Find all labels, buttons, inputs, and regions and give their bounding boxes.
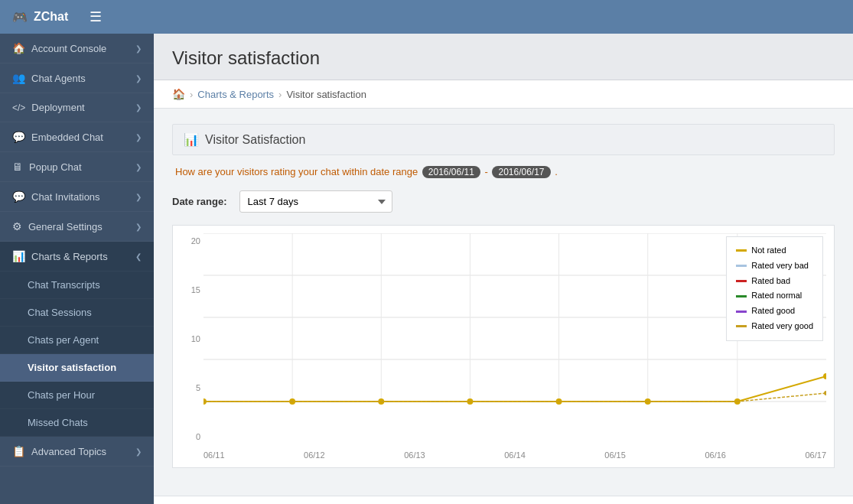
x-label-0615: 06/15 bbox=[604, 450, 626, 460]
invitation-icon: 💬 bbox=[12, 190, 25, 203]
charts-reports-submenu: Chat Transcripts Chat Sessions Chats per… bbox=[0, 272, 154, 437]
y-label-10: 10 bbox=[181, 334, 203, 343]
bottom-bar: Search Agent: Customer: bbox=[154, 496, 853, 504]
top-bar: 🎮 ZChat ☰ bbox=[0, 0, 853, 34]
legend-color-rated-bad bbox=[736, 280, 747, 282]
sidebar-subitem-missed-chats[interactable]: Missed Chats bbox=[0, 409, 154, 437]
sidebar-label-charts-reports: Charts & Reports bbox=[31, 251, 108, 262]
x-label-0616: 06/16 bbox=[705, 450, 726, 460]
advanced-icon: 📋 bbox=[12, 445, 25, 457]
legend-not-rated: Not rated bbox=[736, 243, 813, 259]
breadcrumb-sep-2: › bbox=[278, 89, 282, 100]
legend-label-rated-normal: Rated normal bbox=[751, 288, 802, 304]
subitem-label-chat-sessions: Chat Sessions bbox=[28, 307, 92, 318]
y-label-5: 5 bbox=[181, 383, 203, 392]
sidebar-subitem-visitor-satisfaction[interactable]: Visitor satisfaction bbox=[0, 354, 154, 382]
chart-container: 0 5 10 15 20 bbox=[172, 225, 835, 468]
sidebar-item-deployment[interactable]: </> Deployment ❯ bbox=[0, 93, 154, 122]
svg-point-18 bbox=[823, 373, 826, 379]
subitem-label-chats-per-agent: Chats per Agent bbox=[28, 334, 99, 346]
legend-color-rated-good bbox=[736, 311, 747, 313]
date-end-badge: 2016/06/17 bbox=[492, 166, 550, 178]
chevron-right-icon: ❯ bbox=[135, 223, 142, 231]
subitem-label-visitor-satisfaction: Visitor satisfaction bbox=[28, 362, 116, 373]
chat-icon: 💬 bbox=[12, 131, 25, 143]
legend-label-rated-very-good: Rated very good bbox=[751, 319, 813, 334]
main-content: Visitor satisfaction 🏠 › Charts & Report… bbox=[154, 34, 853, 504]
sidebar-label-chat-agents: Chat Agents bbox=[31, 73, 86, 84]
sidebar-item-embedded-chat[interactable]: 💬 Embedded Chat ❯ bbox=[0, 122, 154, 152]
breadcrumb-charts-reports[interactable]: Charts & Reports bbox=[197, 89, 274, 100]
chart-line-not-rated bbox=[203, 376, 826, 402]
sidebar-label-chat-invitations: Chat Invitations bbox=[31, 191, 100, 203]
settings-icon: ⚙ bbox=[12, 220, 22, 232]
sidebar-item-general-settings[interactable]: ⚙ General Settings ❯ bbox=[0, 212, 154, 242]
x-label-0617: 06/17 bbox=[805, 450, 826, 460]
date-range-description: How are your visitors rating your chat w… bbox=[172, 166, 835, 178]
sidebar-item-chat-invitations[interactable]: 💬 Chat Invitations ❯ bbox=[0, 182, 154, 212]
sidebar-subitem-chat-transcripts[interactable]: Chat Transcripts bbox=[0, 272, 154, 299]
chart-area: Not rated Rated very bad Rated bad bbox=[203, 233, 826, 460]
breadcrumb-home-icon[interactable]: 🏠 bbox=[172, 88, 185, 100]
y-label-0: 0 bbox=[181, 432, 203, 441]
hamburger-menu-icon[interactable]: ☰ bbox=[90, 8, 102, 25]
sidebar-item-chat-agents[interactable]: 👥 Chat Agents ❯ bbox=[0, 63, 154, 93]
app-name: ZChat bbox=[34, 10, 68, 24]
page-title: Visitor satisfaction bbox=[172, 47, 835, 69]
sidebar-label-deployment: Deployment bbox=[31, 102, 84, 113]
svg-point-19 bbox=[824, 391, 826, 395]
legend-rated-very-bad: Rated very bad bbox=[736, 259, 813, 274]
sidebar-item-charts-reports[interactable]: 📊 Charts & Reports ❮ bbox=[0, 242, 154, 272]
popup-icon: 🖥 bbox=[12, 161, 23, 173]
breadcrumb-current: Visitor satisfaction bbox=[286, 89, 366, 100]
sidebar-subitem-chats-per-hour[interactable]: Chats per Hour bbox=[0, 382, 154, 409]
y-label-15: 15 bbox=[181, 285, 203, 294]
sidebar-item-advanced-topics[interactable]: 📋 Advanced Topics ❯ bbox=[0, 437, 154, 467]
sidebar-label-popup-chat: Popup Chat bbox=[29, 161, 82, 173]
chart-legend: Not rated Rated very bad Rated bad bbox=[726, 236, 823, 341]
date-range-label: Date range: bbox=[172, 196, 227, 207]
sidebar-label-embedded-chat: Embedded Chat bbox=[31, 132, 103, 143]
breadcrumb: 🏠 › Charts & Reports › Visitor satisfact… bbox=[154, 80, 853, 109]
code-icon: </> bbox=[12, 102, 25, 113]
sidebar-label-general-settings: General Settings bbox=[28, 221, 103, 232]
section-title: Visitor Satisfaction bbox=[205, 133, 305, 147]
home-icon: 🏠 bbox=[12, 42, 25, 54]
chevron-right-icon: ❯ bbox=[135, 74, 142, 83]
date-range-select[interactable]: Last 7 days Last 30 days Last 90 days Cu… bbox=[239, 190, 392, 213]
legend-rated-normal: Rated normal bbox=[736, 288, 813, 304]
sidebar-item-account-console[interactable]: 🏠 Account Console ❯ bbox=[0, 34, 154, 63]
chevron-right-icon: ❯ bbox=[135, 163, 142, 171]
x-label-0614: 06/14 bbox=[504, 450, 526, 460]
x-label-0611: 06/11 bbox=[203, 450, 225, 460]
app-logo: 🎮 ZChat bbox=[12, 10, 68, 24]
sidebar-label-advanced-topics: Advanced Topics bbox=[31, 446, 106, 457]
chevron-right-icon: ❯ bbox=[135, 44, 142, 53]
section-chart-icon: 📊 bbox=[184, 132, 199, 147]
legend-rated-very-good: Rated very good bbox=[736, 319, 813, 334]
legend-color-rated-very-bad bbox=[736, 265, 747, 267]
page-header: Visitor satisfaction bbox=[154, 34, 853, 80]
chevron-right-icon: ❯ bbox=[135, 133, 142, 141]
y-label-20: 20 bbox=[181, 236, 203, 245]
x-label-0613: 06/13 bbox=[404, 450, 425, 460]
chart-inner: 0 5 10 15 20 bbox=[181, 233, 826, 460]
content-area: 📊 Visitor Satisfaction How are your visi… bbox=[154, 109, 853, 496]
section-header: 📊 Visitor Satisfaction bbox=[172, 124, 835, 155]
sidebar-item-popup-chat[interactable]: 🖥 Popup Chat ❯ bbox=[0, 152, 154, 182]
sidebar-subitem-chats-per-agent[interactable]: Chats per Agent bbox=[0, 327, 154, 354]
chevron-down-icon: ❮ bbox=[135, 252, 142, 261]
legend-rated-good: Rated good bbox=[736, 304, 813, 319]
legend-label-rated-very-bad: Rated very bad bbox=[751, 259, 809, 274]
legend-rated-bad: Rated bad bbox=[736, 274, 813, 289]
logo-icon: 🎮 bbox=[12, 10, 28, 24]
x-label-0612: 06/12 bbox=[304, 450, 325, 460]
chart-line-rated-very-good bbox=[203, 393, 826, 402]
legend-label-rated-good: Rated good bbox=[751, 304, 795, 319]
date-start-badge: 2016/06/11 bbox=[422, 166, 480, 178]
legend-color-not-rated bbox=[736, 249, 747, 252]
subitem-label-chat-transcripts: Chat Transcripts bbox=[28, 279, 100, 291]
date-range-row: Date range: Last 7 days Last 30 days Las… bbox=[172, 190, 835, 213]
description-suffix: . bbox=[555, 166, 558, 177]
sidebar-subitem-chat-sessions[interactable]: Chat Sessions bbox=[0, 299, 154, 327]
